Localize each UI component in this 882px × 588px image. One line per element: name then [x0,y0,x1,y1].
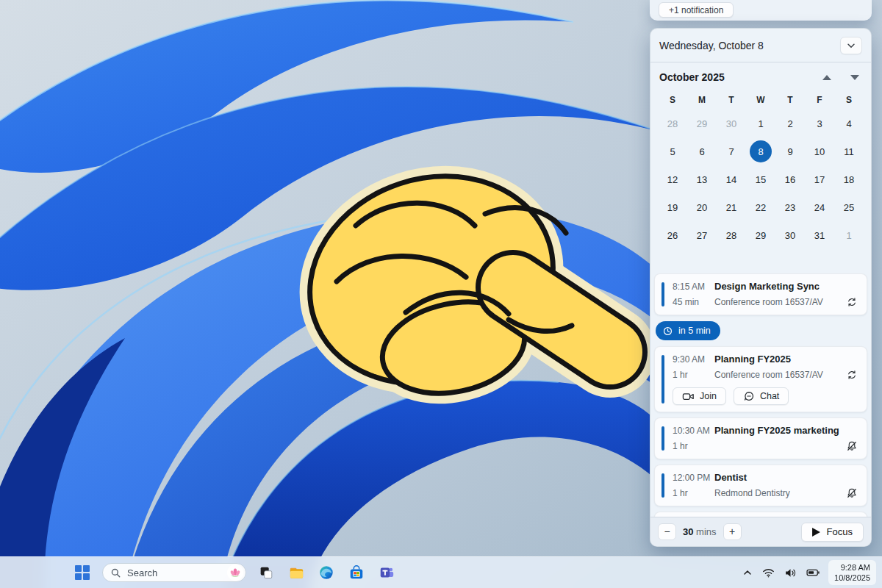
agenda-list: 8:15 AM Design Marketing Sync 45 min Con… [650,270,871,517]
calendar-day[interactable]: 2 [779,112,801,135]
calendar-day[interactable]: 1 [838,224,860,246]
calendar-flyout: Wednesday, October 8 October 2025 SMTWTF… [650,28,872,547]
calendar-day[interactable]: 31 [808,224,831,246]
calendar-day[interactable]: 3 [808,112,831,135]
duration-unit: mins [696,526,716,537]
event-time: 8:15 AM [673,282,714,292]
month-header: October 2025 [650,62,871,89]
triangle-up-icon [822,75,831,80]
calendar-day[interactable]: 5 [662,140,684,162]
repeat-icon [842,369,858,381]
wifi-icon[interactable] [761,566,775,580]
calendar-day[interactable]: 7 [720,140,742,162]
event-accent-bar [662,473,664,498]
event-location: Conference room 16537/AV [714,370,842,380]
search-input[interactable]: Search [102,563,246,582]
tray-time: 9:28 AM [834,562,870,573]
file-explorer-icon[interactable] [286,562,306,583]
calendar-day[interactable]: 13 [691,168,713,190]
event-time: 12:00 PM [673,473,714,483]
calendar-grid: 2829301234567891011121314151617181920212… [650,110,871,252]
calendar-day[interactable]: 16 [779,168,801,190]
calendar-day[interactable]: 29 [750,224,772,246]
weekday-label: T [717,95,746,105]
event-card[interactable]: 9:30 AM Planning FY2025 1 hr Conference … [654,346,867,412]
event-card[interactable]: 10:30 AM Planning FY2025 marketing 1 hr [654,417,867,459]
calendar-day[interactable]: 9 [779,140,801,162]
edge-browser-icon[interactable] [316,562,337,583]
calendar-day[interactable]: 28 [720,224,742,246]
calendar-day-selected[interactable]: 8 [750,140,772,162]
taskbar: Search [0,556,882,588]
lotus-flower-icon [227,564,243,581]
event-card[interactable]: 8:15 AM Design Marketing Sync 45 min Con… [654,273,867,315]
event-title: Planning FY2025 [714,354,842,365]
decrease-duration-button[interactable]: − [658,523,676,540]
calendar-day[interactable]: 15 [750,168,772,190]
calendar-day[interactable]: 10 [808,140,831,162]
calendar-day[interactable]: 30 [779,224,801,246]
calendar-day[interactable]: 27 [691,224,713,246]
calendar-day[interactable]: 30 [720,112,742,135]
event-time: 10:30 AM [673,426,714,436]
event-accent-bar [662,355,664,404]
calendar-day[interactable]: 28 [662,112,684,135]
calendar-day[interactable]: 12 [662,168,684,190]
previous-month-button[interactable] [822,75,850,80]
calendar-day[interactable]: 26 [662,224,684,246]
video-camera-icon [682,391,695,402]
windows-logo-icon [75,565,90,580]
bell-off-icon [842,487,858,499]
calendar-day[interactable]: 14 [720,168,742,190]
microsoft-store-icon[interactable] [346,562,367,583]
event-action-button[interactable]: Chat [734,387,789,405]
calendar-day[interactable]: 4 [838,112,860,135]
calendar-day[interactable]: 11 [838,140,860,162]
increase-duration-button[interactable]: + [723,523,742,540]
next-month-button[interactable] [850,75,859,80]
calendar-day[interactable]: 25 [838,196,860,218]
play-icon [812,528,820,537]
event-card[interactable]: 12:00 PM Dentist 1 hr Redmond Dentistry [654,465,867,506]
search-icon [110,567,121,578]
event-duration: 45 min [673,297,714,307]
calendar-day[interactable]: 18 [838,168,860,190]
start-button[interactable] [72,562,93,583]
calendar-day[interactable]: 20 [691,196,713,218]
focus-button[interactable]: Focus [801,523,864,542]
event-accent-bar [662,426,664,451]
flyout-header: Wednesday, October 8 [650,29,871,62]
more-notifications-button[interactable]: +1 notification [659,2,734,18]
calendar-day[interactable]: 21 [720,196,742,218]
event-title: Design Marketing Sync [714,281,842,292]
weekday-label: M [687,95,717,105]
clock-tray-button[interactable]: 9:28 AM 10/8/2025 [828,560,876,586]
weekday-row: SMTWTFS [650,90,871,110]
calendar-day[interactable]: 24 [808,196,831,218]
focus-label: Focus [827,526,853,537]
weekday-label: W [746,95,775,105]
tray-date: 10/8/2025 [834,573,870,583]
event-time: 9:30 AM [673,354,714,365]
pointing-hand-icon [288,162,656,406]
event-card[interactable]: 2:30 PM People managers sync [654,512,867,517]
calendar-day[interactable]: 22 [750,196,772,218]
chat-bubble-icon [743,390,755,402]
event-location: Redmond Dentistry [714,488,842,498]
chevron-up-icon[interactable] [742,567,753,578]
calendar-day[interactable]: 1 [750,112,772,135]
calendar-day[interactable]: 19 [662,196,684,218]
task-view-icon[interactable] [256,562,276,583]
calendar-day[interactable]: 17 [808,168,831,190]
weekday-label: T [775,95,805,105]
calendar-day[interactable]: 29 [691,112,713,135]
teams-icon[interactable] [376,562,397,583]
chevron-down-icon [846,40,856,51]
calendar-day[interactable]: 23 [779,196,801,218]
calendar-day[interactable]: 6 [691,140,713,162]
battery-icon[interactable] [806,565,820,580]
collapse-calendar-button[interactable] [840,37,862,54]
event-action-button[interactable]: Join [673,387,726,405]
speaker-icon[interactable] [784,566,797,580]
weekday-label: S [658,95,687,105]
